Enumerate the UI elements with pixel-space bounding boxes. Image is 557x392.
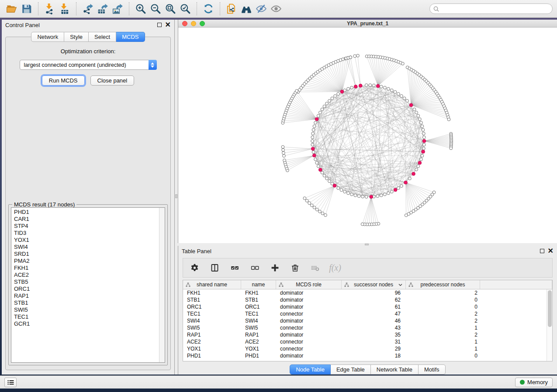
- list-item[interactable]: ACE2: [14, 272, 165, 279]
- memory-button[interactable]: Memory: [515, 378, 553, 387]
- refresh-icon[interactable]: [201, 2, 216, 16]
- tab-mcds[interactable]: MCDS: [116, 32, 145, 42]
- list-item[interactable]: PHD1: [14, 209, 165, 216]
- function-builder-icon[interactable]: f(x): [330, 263, 340, 273]
- tab-style[interactable]: Style: [64, 32, 89, 42]
- task-history-button[interactable]: [4, 378, 17, 387]
- deselect-all-icon[interactable]: [249, 263, 260, 273]
- tab-network[interactable]: Network: [31, 32, 64, 42]
- table-row[interactable]: SWI4SWI4dominator462: [183, 317, 547, 324]
- zoom-in-icon[interactable]: [133, 2, 148, 16]
- column-header-shared-name[interactable]: shared name: [183, 280, 241, 289]
- window-close-icon[interactable]: [182, 21, 187, 26]
- table-row[interactable]: FKH1FKH1dominator962: [183, 289, 547, 296]
- optimization-criterion-select[interactable]: largest connected component (undirected): [20, 60, 157, 70]
- save-session-icon[interactable]: [19, 2, 34, 16]
- zoom-out-icon[interactable]: [148, 2, 163, 16]
- tab-motifs[interactable]: Motifs: [419, 364, 446, 375]
- tab-select[interactable]: Select: [89, 32, 116, 42]
- list-item[interactable]: GCR1: [14, 320, 165, 327]
- mcds-node[interactable]: [318, 168, 322, 172]
- mcds-node[interactable]: [370, 195, 373, 199]
- horizontal-splitter-handle[interactable]: [365, 244, 369, 245]
- mcds-result-list[interactable]: PHD1CAR1STP4TID3YOX1SWI4SRD1PMA2FKH1ACE2…: [11, 207, 165, 363]
- add-column-icon[interactable]: [270, 263, 280, 273]
- column-layout-icon[interactable]: [209, 263, 220, 273]
- tab-node-table[interactable]: Node Table: [290, 364, 331, 375]
- vertical-splitter-handle[interactable]: [175, 194, 177, 198]
- vertical-splitter[interactable]: [175, 20, 178, 375]
- table-row[interactable]: SWI5SWI5connector431: [183, 324, 547, 331]
- mcds-node[interactable]: [409, 103, 413, 107]
- list-item[interactable]: STP4: [14, 223, 165, 230]
- export-table-icon[interactable]: [95, 2, 110, 16]
- mcds-node[interactable]: [418, 161, 422, 165]
- delete-column-icon[interactable]: [290, 263, 300, 273]
- table-row[interactable]: YOX1YOX1connector291: [183, 345, 547, 352]
- tab-network-table[interactable]: Network Table: [371, 364, 419, 375]
- list-item[interactable]: FKH1: [14, 265, 165, 272]
- close-panel-button[interactable]: Close panel: [90, 76, 135, 86]
- settings-gear-icon[interactable]: [189, 263, 200, 273]
- mcds-node[interactable]: [376, 84, 380, 88]
- first-neighbors-icon[interactable]: [239, 2, 254, 16]
- list-item[interactable]: TEC1: [14, 313, 165, 320]
- import-network-icon[interactable]: [42, 2, 57, 16]
- table-row[interactable]: RAP1RAP1dominator352: [183, 331, 547, 338]
- search-field[interactable]: [429, 3, 553, 14]
- window-zoom-icon[interactable]: [200, 21, 205, 26]
- list-item[interactable]: SWI4: [14, 244, 165, 251]
- column-header-successor-nodes[interactable]: successor nodes: [342, 280, 406, 289]
- column-header-predecessor-nodes[interactable]: predecessor nodes: [406, 280, 480, 289]
- mcds-node[interactable]: [340, 90, 344, 93]
- open-file-icon[interactable]: [4, 2, 19, 16]
- mcds-node[interactable]: [404, 181, 408, 184]
- list-item[interactable]: STB1: [14, 299, 165, 306]
- mcds-result-scrollbar[interactable]: [159, 208, 165, 362]
- mcds-node[interactable]: [354, 85, 357, 88]
- float-panel-icon[interactable]: [540, 249, 544, 253]
- close-panel-icon[interactable]: ✕: [548, 249, 554, 253]
- table-row[interactable]: ORC1ORC1dominator610: [183, 303, 547, 310]
- column-header-name[interactable]: name: [241, 280, 276, 289]
- column-header-mcds-role[interactable]: MCDS role: [276, 280, 342, 289]
- close-panel-icon[interactable]: ✕: [165, 23, 171, 27]
- mcds-node[interactable]: [311, 147, 315, 151]
- network-canvas[interactable]: [178, 28, 557, 243]
- list-item[interactable]: ORC1: [14, 285, 165, 292]
- network-graph[interactable]: [178, 28, 557, 243]
- hide-selected-icon[interactable]: [254, 2, 269, 16]
- zoom-fit-icon[interactable]: [163, 2, 178, 16]
- table-scrollbar[interactable]: [547, 289, 552, 361]
- zoom-selected-icon[interactable]: [178, 2, 193, 16]
- mcds-node[interactable]: [359, 84, 362, 87]
- export-image-icon[interactable]: [110, 2, 125, 16]
- list-item[interactable]: SWI5: [14, 306, 165, 313]
- search-input[interactable]: [441, 6, 549, 12]
- mcds-node[interactable]: [422, 139, 426, 143]
- import-table-icon[interactable]: [57, 2, 72, 16]
- table-row[interactable]: STB1STB1dominator620: [183, 296, 547, 303]
- clone-network-icon[interactable]: [224, 2, 239, 16]
- list-item[interactable]: CAR1: [14, 216, 165, 223]
- list-item[interactable]: PMA2: [14, 258, 165, 265]
- list-item[interactable]: TID3: [14, 230, 165, 237]
- export-network-icon[interactable]: [80, 2, 95, 16]
- mcds-node[interactable]: [394, 188, 397, 192]
- delete-table-icon[interactable]: [310, 263, 320, 273]
- table-row[interactable]: PHD1PHD1dominator180: [183, 352, 547, 359]
- list-item[interactable]: STB5: [14, 279, 165, 285]
- table-row[interactable]: ACE2ACE2connector311: [183, 338, 547, 345]
- window-minimize-icon[interactable]: [191, 21, 196, 26]
- tab-edge-table[interactable]: Edge Table: [331, 364, 371, 375]
- mcds-node[interactable]: [315, 117, 318, 121]
- float-panel-icon[interactable]: [157, 23, 162, 27]
- table-row[interactable]: TEC1TEC1connector472: [183, 310, 547, 317]
- mcds-node[interactable]: [412, 172, 415, 175]
- show-all-icon[interactable]: [269, 2, 284, 16]
- network-window-titlebar[interactable]: YPA_prune.txt_1: [178, 20, 557, 28]
- mcds-node[interactable]: [422, 150, 425, 154]
- list-item[interactable]: RAP1: [14, 292, 165, 299]
- select-all-icon[interactable]: [229, 263, 240, 273]
- run-mcds-button[interactable]: Run MCDS: [42, 76, 85, 86]
